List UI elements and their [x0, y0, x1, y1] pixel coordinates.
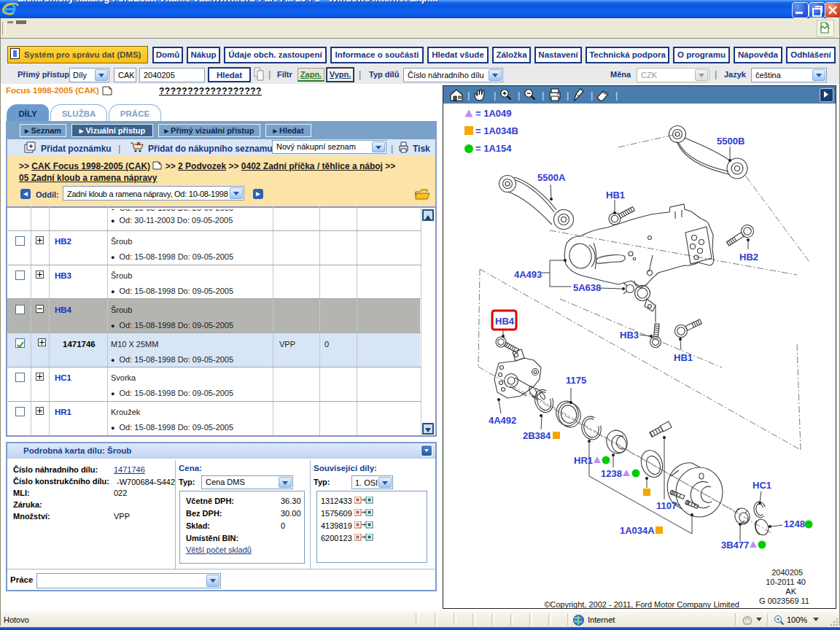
svg-text:|: |: [615, 90, 618, 101]
svg-text:5500A: 5500A: [537, 172, 566, 183]
svg-text:4A493: 4A493: [514, 269, 542, 280]
svg-text:1107: 1107: [656, 500, 677, 511]
svg-text:|: |: [567, 90, 569, 101]
svg-text:|: |: [542, 90, 544, 101]
svg-text:HB2: HB2: [739, 252, 758, 262]
svg-text:HB3: HB3: [620, 330, 639, 341]
svg-text:5500B: 5500B: [717, 136, 744, 147]
svg-text:1175: 1175: [566, 375, 586, 386]
svg-text:HB1: HB1: [606, 190, 625, 201]
svg-text:= 1A154: = 1A154: [475, 143, 512, 154]
svg-text:HB1: HB1: [674, 352, 693, 363]
svg-text:2040205: 2040205: [771, 568, 803, 577]
svg-text:= 1A049: = 1A049: [475, 108, 512, 119]
svg-text:2B384: 2B384: [523, 430, 551, 441]
svg-text:|: |: [467, 90, 470, 101]
svg-text:= 1A034B: = 1A034B: [475, 125, 518, 136]
svg-text:5A638: 5A638: [573, 282, 601, 293]
svg-text:3B477: 3B477: [721, 540, 749, 551]
svg-text:10-2011 40: 10-2011 40: [766, 578, 806, 586]
svg-text:|: |: [591, 90, 593, 101]
svg-text:G 0023569 11: G 0023569 11: [759, 596, 809, 605]
svg-text:AK: AK: [785, 587, 796, 596]
svg-text:1248: 1248: [784, 518, 805, 529]
svg-text:4A492: 4A492: [489, 415, 516, 426]
svg-text:HB4: HB4: [495, 316, 515, 327]
svg-text:HC1: HC1: [752, 480, 771, 491]
svg-text:©Copyright, 2002 - 2011, Ford: ©Copyright, 2002 - 2011, Ford Motor Comp…: [544, 600, 739, 608]
svg-text:|: |: [494, 90, 496, 101]
svg-text:|: |: [518, 90, 520, 101]
svg-text:1A034A: 1A034A: [620, 525, 655, 536]
svg-text:HR1: HR1: [574, 455, 593, 466]
svg-text:1238: 1238: [601, 468, 622, 479]
